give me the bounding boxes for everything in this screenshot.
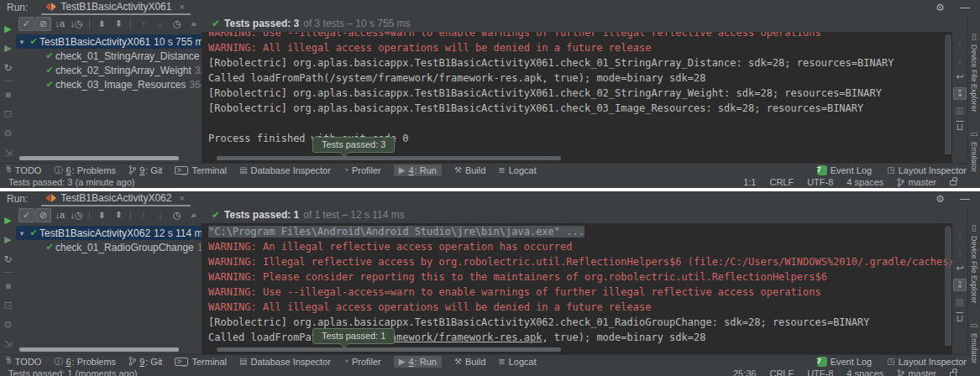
status-widget-0[interactable]: 1:1 bbox=[743, 177, 756, 187]
expand-all-button[interactable]: ⇟ bbox=[94, 208, 110, 222]
thread-dump-camera-button[interactable]: ⊡ bbox=[0, 104, 16, 123]
bottom-bar-item-terminal[interactable]: >_Terminal bbox=[175, 357, 227, 367]
collapse-all-button[interactable]: ⇞ bbox=[111, 17, 127, 31]
status-widget-2[interactable]: UTF-8 bbox=[807, 368, 833, 376]
sort-by-duration-button[interactable]: ↓◷ bbox=[69, 17, 85, 31]
test-tree-row[interactable]: ✔check_01_StringArray_Distance10 s 64 ms bbox=[16, 49, 202, 63]
rerun-failed-tests-button[interactable]: ▶ bbox=[0, 39, 16, 58]
show-ignored-button[interactable]: ⊘ bbox=[35, 17, 51, 31]
scroll-down-button[interactable]: ↓ bbox=[953, 54, 967, 66]
bottom-bar-item-run[interactable]: ▶4: Run bbox=[394, 164, 442, 176]
test-tree-row[interactable]: ✔check_03_Image_Resources364 ms bbox=[16, 77, 202, 91]
test-tree-row[interactable]: ✔check_02_StringArray_Weight327 ms bbox=[16, 63, 202, 77]
clear-console-button[interactable]: ⊔ bbox=[953, 121, 967, 133]
bottom-bar-item-problems[interactable]: ⓘ6: Problems bbox=[54, 356, 116, 368]
rerun-tests-button[interactable]: ▶ bbox=[0, 19, 16, 39]
previous-failed-test-button[interactable]: ↑ bbox=[135, 208, 151, 222]
minimize-icon[interactable]: — bbox=[960, 2, 970, 13]
sort-alphabetically-button[interactable]: ↓a bbox=[52, 208, 68, 222]
device-file-explorer-tab[interactable]: ▯Device File Explorer bbox=[970, 223, 979, 304]
layout-inspector-item[interactable]: ◳ Layout Inspector bbox=[887, 165, 967, 175]
show-passed-button[interactable]: ✓ bbox=[18, 17, 34, 31]
stop-process-button[interactable]: ■ bbox=[0, 276, 16, 295]
settings-gear-icon[interactable]: ⚙ bbox=[935, 2, 945, 13]
settings-gear-icon[interactable]: ⚙ bbox=[935, 193, 945, 205]
layout-inspector-item[interactable]: ◳ Layout Inspector bbox=[887, 357, 967, 367]
show-ignored-button[interactable]: ⊘ bbox=[35, 208, 51, 222]
run-tab[interactable]: TestB1BasicActivityX062 × bbox=[41, 191, 191, 206]
console-vertical-scrollbar[interactable] bbox=[945, 226, 951, 346]
expand-all-button[interactable]: ⇟ bbox=[94, 17, 110, 31]
bottom-bar-item-git[interactable]: 9: Git bbox=[128, 357, 162, 367]
bottom-bar-item-todo[interactable]: ≡TODO bbox=[7, 357, 41, 367]
bottom-bar-item-problems[interactable]: ⓘ6: Problems bbox=[54, 164, 116, 176]
event-log-item[interactable]: 7 Event Log bbox=[817, 357, 873, 367]
toggle-auto-test-button[interactable]: ↻ bbox=[0, 249, 16, 269]
device-file-explorer-tab[interactable]: ▯Device File Explorer bbox=[970, 32, 979, 112]
bottom-bar-item-profiler[interactable]: ◔Profiler bbox=[343, 165, 381, 175]
console-horizontal-scrollbar[interactable] bbox=[217, 347, 561, 352]
event-log-item[interactable]: 7 Event Log bbox=[817, 165, 873, 175]
close-tab-icon[interactable]: × bbox=[179, 2, 184, 12]
test-tree-root-row[interactable]: ▾ ✔ TestB1BasicActivityX062 (org.aplas.t… bbox=[16, 226, 202, 240]
test-history-button[interactable]: ◷ bbox=[169, 17, 185, 31]
git-branch-widget[interactable]: master bbox=[897, 368, 936, 376]
soft-wrap-button[interactable]: ↩ bbox=[953, 262, 967, 274]
bottom-bar-item-terminal[interactable]: >_Terminal bbox=[175, 165, 227, 175]
status-widget-3[interactable]: 4 spaces bbox=[846, 177, 883, 187]
rerun-failed-tests-button[interactable]: ▶ bbox=[0, 230, 16, 249]
soft-wrap-button[interactable]: ↩ bbox=[953, 70, 967, 83]
bottom-bar-item-database-inspector[interactable]: ▤Database Inspector bbox=[239, 357, 331, 367]
more-options-button[interactable]: » bbox=[186, 17, 202, 31]
tree-horizontal-scrollbar[interactable] bbox=[19, 347, 179, 352]
scroll-to-end-button[interactable]: ↧ bbox=[953, 279, 967, 291]
collapse-all-button[interactable]: ⇞ bbox=[111, 208, 127, 222]
toggle-auto-test-button[interactable]: ↻ bbox=[0, 58, 16, 77]
status-widget-2[interactable]: UTF-8 bbox=[807, 177, 833, 187]
clear-console-button[interactable]: ⊔ bbox=[953, 312, 967, 325]
minimize-icon[interactable]: — bbox=[960, 193, 970, 205]
bottom-bar-item-profiler[interactable]: ◔Profiler bbox=[343, 357, 381, 367]
tree-horizontal-scrollbar[interactable] bbox=[19, 156, 179, 160]
bottom-bar-item-git[interactable]: 9: Git bbox=[128, 165, 162, 175]
rerun-tests-button[interactable]: ▶ bbox=[0, 211, 16, 230]
test-settings-gear-button[interactable]: ⚙ bbox=[0, 315, 16, 334]
test-history-button[interactable]: ◷ bbox=[169, 208, 185, 222]
next-failed-test-button[interactable]: ↓ bbox=[152, 17, 168, 31]
bottom-bar-item-logcat[interactable]: ≣Logcat bbox=[498, 357, 536, 367]
next-failed-test-button[interactable]: ↓ bbox=[152, 208, 168, 222]
print-console-button[interactable]: ▥ bbox=[953, 104, 967, 117]
test-tree-row[interactable]: ✔check_01_RadioGroupChange12 s 114 ms bbox=[16, 240, 202, 254]
previous-failed-test-button[interactable]: ↑ bbox=[135, 17, 151, 31]
run-tab[interactable]: TestB1BasicActivityX061 × bbox=[41, 0, 191, 15]
thread-dump-camera-button[interactable]: ⊡ bbox=[0, 295, 16, 315]
chevron-down-icon[interactable]: ▾ bbox=[16, 38, 28, 46]
print-console-button[interactable]: ▥ bbox=[953, 295, 967, 308]
chevron-down-icon[interactable]: ▾ bbox=[16, 229, 28, 238]
bottom-bar-item-build[interactable]: ⚒Build bbox=[454, 357, 485, 367]
import-test-results-button[interactable]: ⇲ bbox=[0, 334, 16, 353]
git-branch-widget[interactable]: master bbox=[897, 177, 936, 187]
scroll-up-button[interactable]: ↑ bbox=[953, 228, 967, 241]
sort-alphabetically-button[interactable]: ↓a bbox=[52, 17, 68, 31]
scroll-to-end-button[interactable]: ↧ bbox=[953, 87, 967, 100]
bottom-bar-item-logcat[interactable]: ≣Logcat bbox=[498, 165, 536, 175]
scroll-down-button[interactable]: ↓ bbox=[953, 245, 967, 258]
test-tree-root-row[interactable]: ▾ ✔ TestB1BasicActivityX061 (org.aplas.t… bbox=[16, 34, 202, 49]
bottom-bar-item-build[interactable]: ⚒Build bbox=[454, 165, 485, 175]
sort-by-duration-button[interactable]: ↓◷ bbox=[69, 208, 85, 222]
bottom-bar-item-database-inspector[interactable]: ▤Database Inspector bbox=[239, 165, 331, 175]
status-widget-1[interactable]: CRLF bbox=[769, 368, 794, 376]
show-passed-button[interactable]: ✓ bbox=[18, 208, 34, 222]
scroll-up-button[interactable]: ↑ bbox=[953, 37, 967, 50]
status-widget-3[interactable]: 4 spaces bbox=[846, 368, 883, 376]
bottom-bar-item-todo[interactable]: ≡TODO bbox=[7, 165, 41, 175]
console-horizontal-scrollbar[interactable] bbox=[217, 156, 561, 160]
bottom-bar-item-run[interactable]: ▶4: Run bbox=[394, 356, 442, 368]
stop-process-button[interactable]: ■ bbox=[0, 85, 16, 104]
console-vertical-scrollbar[interactable] bbox=[945, 34, 951, 154]
more-options-button[interactable]: » bbox=[186, 208, 202, 222]
test-settings-gear-button[interactable]: ⚙ bbox=[0, 123, 16, 143]
close-tab-icon[interactable]: × bbox=[179, 193, 184, 203]
status-widget-1[interactable]: CRLF bbox=[769, 177, 794, 187]
